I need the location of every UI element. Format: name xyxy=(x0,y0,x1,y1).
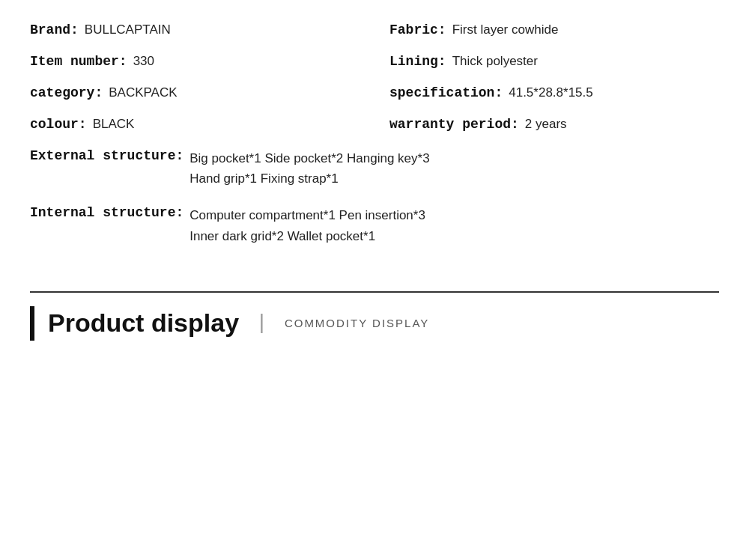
item-number-label: Item number: xyxy=(30,54,127,69)
specification-label: specification: xyxy=(389,85,503,100)
lining-label: Lining: xyxy=(389,54,446,69)
external-structure-row: External structure: Big pocket*1 Side po… xyxy=(30,148,719,189)
brand-value: BULLCAPTAIN xyxy=(85,22,171,37)
warranty-label: warranty period: xyxy=(389,117,519,132)
lining-row: Lining: Thick polyester xyxy=(389,54,719,69)
specification-row: specification: 41.5*28.8*15.5 xyxy=(389,85,719,100)
product-display-section: Product display | COMMODITY DISPLAY xyxy=(30,291,719,341)
internal-line1: Computer compartment*1 Pen insertion*3 xyxy=(189,205,425,225)
internal-structure-row: Internal structure: Computer compartment… xyxy=(30,205,719,246)
item-number-value: 330 xyxy=(133,54,154,69)
item-number-row: Item number: 330 xyxy=(30,54,360,69)
specs-section: Brand: BULLCAPTAIN Item number: 330 cate… xyxy=(30,15,719,269)
lining-value: Thick polyester xyxy=(452,54,538,69)
internal-line2: Inner dark grid*2 Wallet pocket*1 xyxy=(189,226,425,246)
fabric-value: First layer cowhide xyxy=(452,22,559,37)
fabric-row: Fabric: First layer cowhide xyxy=(389,22,719,37)
external-structure-label: External structure: xyxy=(30,148,184,163)
right-column: Fabric: First layer cowhide Lining: Thic… xyxy=(374,22,719,148)
specification-value: 41.5*28.8*15.5 xyxy=(509,85,593,100)
internal-structure-label: Internal structure: xyxy=(30,205,184,220)
colour-row: colour: BLACK xyxy=(30,117,360,132)
colour-value: BLACK xyxy=(93,117,135,132)
commodity-display-label: COMMODITY DISPLAY xyxy=(285,317,429,329)
brand-label: Brand: xyxy=(30,22,79,37)
fabric-label: Fabric: xyxy=(389,22,446,37)
warranty-row: warranty period: 2 years xyxy=(389,117,719,132)
external-line2: Hand grip*1 Fixing strap*1 xyxy=(189,168,429,189)
accent-bar xyxy=(30,306,34,341)
brand-row: Brand: BULLCAPTAIN xyxy=(30,22,360,37)
product-display-title: Product display xyxy=(48,308,239,338)
colour-label: colour: xyxy=(30,117,87,132)
external-line1: Big pocket*1 Side pocket*2 Hanging key*3 xyxy=(189,148,429,168)
category-value: BACKPACK xyxy=(109,85,177,100)
category-row: category: BACKPACK xyxy=(30,85,360,100)
internal-structure-value: Computer compartment*1 Pen insertion*3 I… xyxy=(189,205,425,246)
category-label: category: xyxy=(30,85,103,100)
warranty-value: 2 years xyxy=(525,117,567,132)
external-structure-value: Big pocket*1 Side pocket*2 Hanging key*3… xyxy=(189,148,429,189)
page-container: Brand: BULLCAPTAIN Item number: 330 cate… xyxy=(0,0,749,560)
divider-pipe: | xyxy=(255,311,268,335)
left-column: Brand: BULLCAPTAIN Item number: 330 cate… xyxy=(30,22,374,148)
